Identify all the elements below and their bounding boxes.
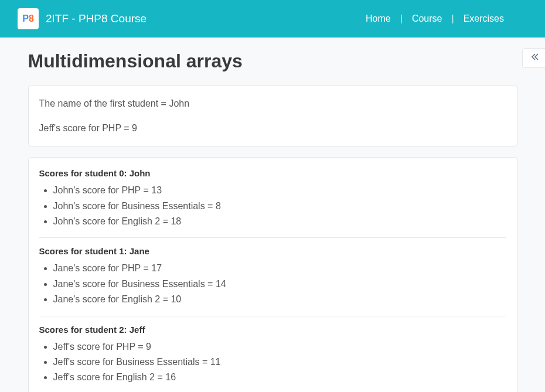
- header-left: P8 2ITF - PHP8 Course: [18, 8, 147, 29]
- score-item: Jeff's score for Business Essentials = 1…: [53, 354, 506, 370]
- student-heading: Scores for student 2: Jeff: [39, 325, 506, 335]
- nav-exercises[interactable]: Exercises: [464, 13, 504, 24]
- score-item: Jane's score for Business Essentials = 1…: [53, 277, 506, 292]
- logo-letter-p: P: [22, 13, 29, 24]
- score-item: John's score for English 2 = 18: [53, 214, 506, 229]
- intro-card: The name of the first student = John Jef…: [28, 85, 517, 146]
- scores-card: Scores for student 0: JohnJohn's score f…: [28, 157, 517, 392]
- nav-separator: |: [400, 13, 403, 24]
- score-list: Jane's score for PHP = 17Jane's score fo…: [39, 261, 506, 307]
- score-list: Jeff's score for PHP = 9Jeff's score for…: [39, 339, 506, 386]
- nav-course[interactable]: Course: [412, 13, 442, 24]
- logo-letter-8: 8: [29, 13, 34, 24]
- chevron-left-double-icon: [530, 52, 540, 64]
- page-title: Multidimensional arrays: [28, 50, 517, 72]
- site-logo[interactable]: P8: [18, 8, 39, 29]
- student-heading: Scores for student 1: Jane: [39, 246, 506, 256]
- main-container: Multidimensional arrays The name of the …: [28, 38, 517, 392]
- student-heading: Scores for student 0: John: [39, 168, 506, 178]
- score-list: John's score for PHP = 13John's score fo…: [39, 183, 506, 229]
- header-bar: P8 2ITF - PHP8 Course Home | Course | Ex…: [0, 0, 545, 38]
- main-nav: Home | Course | Exercises: [366, 13, 527, 24]
- student-block: Scores for student 0: JohnJohn's score f…: [39, 168, 506, 238]
- nav-home[interactable]: Home: [366, 13, 391, 24]
- score-item: Jane's score for PHP = 17: [53, 261, 506, 276]
- score-item: John's score for Business Essentials = 8: [53, 199, 506, 214]
- score-item: Jane's score for English 2 = 10: [53, 292, 506, 307]
- student-block: Scores for student 2: JeffJeff's score f…: [39, 325, 506, 392]
- sidebar-toggle-button[interactable]: [522, 48, 546, 68]
- intro-line-2: Jeff's score for PHP = 9: [39, 121, 506, 136]
- nav-separator: |: [451, 13, 454, 24]
- site-title: 2ITF - PHP8 Course: [46, 12, 147, 25]
- score-item: Jeff's score for PHP = 9: [53, 339, 506, 354]
- intro-line-1: The name of the first student = John: [39, 96, 506, 111]
- score-item: Jeff's score for English 2 = 16: [53, 370, 506, 385]
- student-block: Scores for student 1: JaneJane's score f…: [39, 246, 506, 316]
- score-item: John's score for PHP = 13: [53, 183, 506, 198]
